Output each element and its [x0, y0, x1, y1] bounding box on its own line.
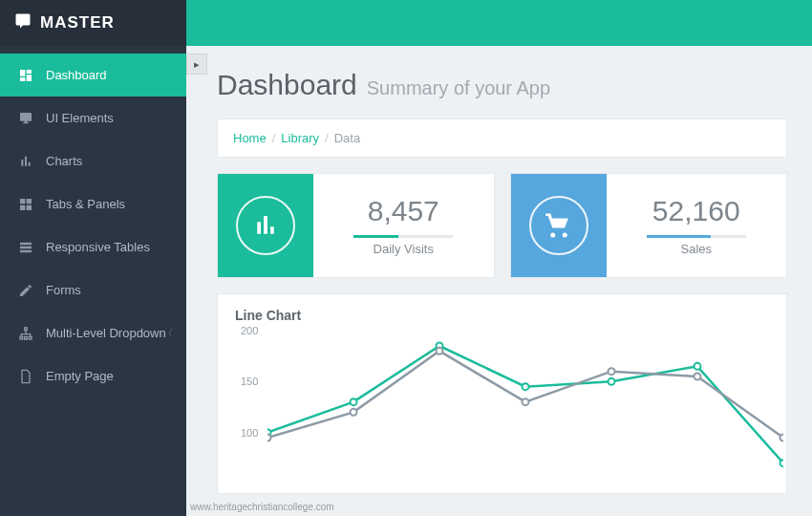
breadcrumb-data: Data [334, 131, 360, 145]
sidebar-item-label: Forms [46, 283, 81, 297]
data-point [694, 363, 701, 370]
cart-icon [529, 196, 588, 255]
breadcrumb: Home/Library/Data [217, 118, 787, 158]
chart-area: 100150200 [235, 331, 769, 484]
sidebar-item-charts[interactable]: Charts [0, 140, 186, 183]
sidebar-item-label: Empty Page [46, 369, 114, 383]
sidebar-item-multi-level-dropdown[interactable]: Multi-Level Dropdown〈 [0, 312, 186, 355]
sidebar-item-dashboard[interactable]: Dashboard [0, 54, 186, 97]
sidebar-item-label: Multi-Level Dropdown [46, 326, 166, 340]
data-point [523, 398, 529, 405]
brand-text: MASTER [40, 13, 115, 32]
data-point [351, 409, 357, 416]
y-tick: 200 [241, 325, 258, 336]
stat-daily-visits: 8,457Daily Visits [217, 173, 495, 278]
stat-label: Daily Visits [313, 242, 494, 256]
sidebar-item-tabs-panels[interactable]: Tabs & Panels [0, 183, 186, 226]
data-point [523, 383, 529, 390]
sidebar-item-label: Charts [46, 154, 82, 168]
data-point [351, 398, 357, 405]
y-tick: 100 [241, 427, 258, 439]
edit-icon [15, 283, 36, 298]
main: ▸ Dashboard Summary of your App Home/Lib… [186, 0, 812, 516]
chevron-right-icon: ▸ [194, 58, 200, 71]
stat-progress [647, 235, 746, 238]
monitor-icon [15, 111, 36, 126]
page-title-text: Dashboard [217, 69, 357, 101]
stat-badge [218, 174, 313, 277]
breadcrumb-library[interactable]: Library [281, 131, 319, 145]
data-point [780, 435, 784, 441]
nav-list: DashboardUI ElementsChartsTabs & PanelsR… [0, 54, 186, 398]
sidebar-item-label: Responsive Tables [46, 240, 150, 254]
stat-label: Sales [607, 242, 787, 256]
stat-info: 52,160Sales [607, 195, 787, 256]
stat-progress [353, 235, 453, 238]
sidebar-item-label: UI Elements [46, 111, 114, 125]
sitemap-icon [15, 326, 36, 341]
data-point [780, 460, 784, 466]
chat-icon [13, 12, 40, 34]
sidebar-toggle-button[interactable]: ▸ [186, 54, 207, 75]
page-title: Dashboard Summary of your App [217, 69, 787, 101]
line-chart-card: Line Chart 100150200 [217, 293, 787, 494]
dashboard-icon [15, 68, 36, 83]
series-series-b [267, 351, 783, 438]
data-point [609, 378, 615, 385]
sidebar-item-label: Dashboard [46, 68, 107, 82]
breadcrumb-home[interactable]: Home [233, 131, 267, 145]
sidebar-item-forms[interactable]: Forms [0, 269, 186, 312]
stat-info: 8,457Daily Visits [313, 195, 494, 256]
sidebar: MASTER DashboardUI ElementsChartsTabs & … [0, 0, 186, 516]
stats-row: 8,457Daily Visits52,160Sales [217, 173, 787, 278]
chart-title: Line Chart [235, 308, 769, 323]
data-point [437, 348, 443, 355]
stat-badge [511, 174, 607, 277]
breadcrumb-sep: / [272, 131, 276, 145]
sidebar-item-ui-elements[interactable]: UI Elements [0, 97, 186, 140]
breadcrumb-sep: / [325, 131, 329, 145]
data-point [694, 374, 701, 380]
sidebar-item-responsive-tables[interactable]: Responsive Tables [0, 226, 186, 269]
page-subtitle: Summary of your App [367, 77, 550, 99]
barchart-icon [236, 196, 295, 255]
panels-icon [15, 197, 36, 212]
line-chart [267, 331, 783, 484]
barchart-icon [15, 154, 36, 169]
stat-value: 52,160 [607, 195, 787, 227]
file-icon [15, 369, 36, 384]
sidebar-item-label: Tabs & Panels [46, 197, 125, 211]
stat-value: 8,457 [313, 195, 494, 227]
chevron-left-icon: 〈 [163, 327, 173, 340]
y-tick: 150 [241, 376, 258, 387]
data-point [609, 368, 615, 375]
watermark: www.heritagechristiancollege.com [190, 502, 334, 512]
stat-sales: 52,160Sales [510, 173, 788, 278]
sidebar-item-empty-page[interactable]: Empty Page [0, 355, 186, 398]
table-icon [15, 240, 36, 255]
content: Dashboard Summary of your App Home/Libra… [186, 46, 812, 516]
topbar [186, 0, 812, 46]
brand: MASTER [0, 0, 186, 46]
data-point [267, 435, 271, 441]
